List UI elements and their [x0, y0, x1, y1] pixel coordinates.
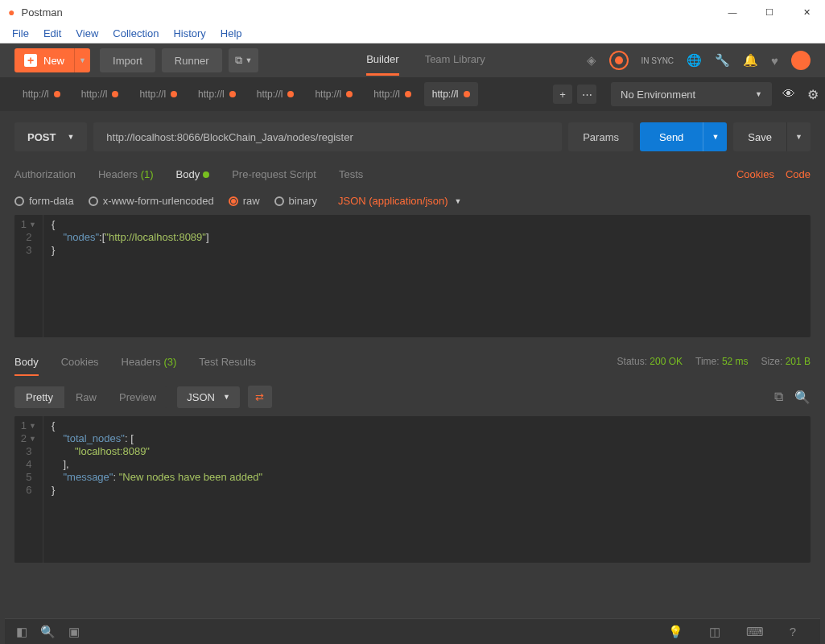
view-segment: Pretty Raw Preview [14, 386, 167, 408]
request-tab[interactable]: http://l [131, 82, 185, 106]
settings-icon[interactable]: 🔧 [715, 53, 730, 68]
keyboard-icon[interactable]: ⌨ [746, 625, 764, 639]
unsaved-dot-icon [112, 91, 118, 97]
two-pane-icon[interactable]: ◫ [709, 625, 720, 639]
view-raw[interactable]: Raw [64, 386, 108, 408]
body-indicator-dot [203, 171, 209, 178]
bootcamp-icon[interactable]: 💡 [668, 625, 683, 639]
heart-icon[interactable]: ♥ [771, 54, 778, 68]
request-tab[interactable]: http://l [73, 82, 127, 106]
request-tab[interactable]: http://l [365, 82, 419, 106]
unsaved-dot-icon [54, 91, 60, 97]
close-button[interactable]: ✕ [788, 0, 825, 24]
chevron-down-icon: ▼ [245, 56, 253, 64]
request-section-tabs: Authorization Headers (1) Body Pre-reque… [0, 159, 825, 188]
new-window-button[interactable]: ⧉▼ [229, 48, 259, 72]
request-body-editor[interactable]: 1▼2 3 { "nodes":["http://localhost:8089"… [14, 215, 811, 337]
chevron-down-icon: ▼ [79, 56, 86, 64]
tab-team-library[interactable]: Team Library [425, 45, 485, 76]
request-tab[interactable]: http://l [424, 82, 478, 106]
chevron-down-icon: ▼ [67, 133, 74, 141]
tab-authorization[interactable]: Authorization [14, 168, 76, 180]
resp-tab-cookies[interactable]: Cookies [61, 356, 99, 368]
unsaved-dot-icon [287, 91, 294, 97]
maximize-button[interactable]: ☐ [751, 0, 788, 24]
app-logo-icon: ● [8, 6, 14, 19]
import-button[interactable]: Import [100, 48, 155, 72]
view-pretty[interactable]: Pretty [14, 386, 64, 408]
window-title: Postman [21, 6, 62, 19]
radio-binary[interactable]: binary [274, 195, 317, 207]
menu-view[interactable]: View [68, 27, 105, 39]
minimize-button[interactable]: — [714, 0, 751, 24]
browse-icon[interactable]: 🌐 [687, 53, 702, 68]
resp-tab-headers[interactable]: Headers (3) [122, 356, 177, 368]
radio-xwww[interactable]: x-www-form-urlencoded [89, 195, 214, 207]
save-dropdown[interactable]: ▼ [786, 122, 811, 151]
resp-tab-testresults[interactable]: Test Results [199, 356, 256, 368]
view-preview[interactable]: Preview [108, 386, 167, 408]
request-tabbar: http://lhttp://lhttp://lhttp://lhttp://l… [0, 77, 825, 111]
resp-tab-body[interactable]: Body [14, 356, 39, 376]
cookies-link[interactable]: Cookies [736, 168, 774, 180]
runner-button[interactable]: Runner [162, 48, 222, 72]
chevron-down-icon: ▼ [455, 197, 462, 205]
new-button[interactable]: +New [14, 48, 74, 72]
request-tab[interactable]: http://l [14, 82, 68, 106]
request-tab[interactable]: http://l [190, 82, 244, 106]
menu-file[interactable]: File [5, 27, 36, 39]
tab-prerequest[interactable]: Pre-request Script [232, 168, 316, 180]
radio-formdata[interactable]: form-data [14, 195, 74, 207]
send-dropdown[interactable]: ▼ [703, 122, 727, 151]
main-toolbar: +New ▼ Import Runner ⧉▼ Builder Team Lib… [0, 43, 825, 77]
url-input[interactable]: http://localhost:8066/BlockChain_Java/no… [93, 122, 562, 151]
save-button[interactable]: Save [733, 122, 786, 151]
menu-edit[interactable]: Edit [36, 27, 68, 39]
notifications-icon[interactable]: 🔔 [743, 53, 758, 68]
raw-type-dropdown[interactable]: JSON (application/json)▼ [338, 195, 461, 207]
copy-response-icon[interactable]: ⧉ [774, 390, 783, 405]
tab-builder[interactable]: Builder [366, 45, 398, 76]
request-tab[interactable]: http://l [307, 82, 361, 106]
menu-collection[interactable]: Collection [105, 27, 166, 39]
find-icon[interactable]: 🔍 [40, 625, 56, 639]
method-selector[interactable]: POST ▼ [14, 122, 87, 151]
chevron-down-icon: ▼ [755, 90, 762, 98]
tab-body[interactable]: Body [176, 168, 210, 180]
capture-icon[interactable]: ◈ [587, 53, 596, 68]
radio-raw[interactable]: raw [229, 195, 260, 207]
params-button[interactable]: Params [568, 122, 633, 151]
tabs-container: http://lhttp://lhttp://lhttp://lhttp://l… [0, 82, 553, 106]
menu-history[interactable]: History [166, 27, 212, 39]
code-link[interactable]: Code [786, 168, 811, 180]
titlebar: ● Postman — ☐ ✕ [0, 0, 825, 24]
format-dropdown[interactable]: JSON▼ [177, 386, 240, 408]
unsaved-dot-icon [229, 91, 236, 97]
tab-headers[interactable]: Headers (1) [98, 168, 154, 180]
menu-help[interactable]: Help [213, 27, 250, 39]
environment-preview-icon[interactable]: 👁 [777, 82, 801, 106]
add-tab-button[interactable]: + [553, 85, 572, 104]
unsaved-dot-icon [405, 91, 411, 97]
sidebar-toggle-icon[interactable]: ◧ [16, 625, 27, 639]
send-button[interactable]: Send [640, 122, 703, 151]
environment-label: No Environment [621, 89, 695, 101]
environment-selector[interactable]: No Environment ▼ [611, 82, 772, 106]
new-dropdown[interactable]: ▼ [74, 48, 90, 72]
request-tab[interactable]: http://l [249, 82, 303, 106]
menubar: File Edit View Collection History Help [0, 24, 825, 43]
sync-status-icon[interactable] [609, 51, 629, 70]
user-avatar[interactable] [791, 51, 811, 70]
response-body-editor[interactable]: 1▼2▼3 4 5 6 { "total_nodes": [ "localhos… [14, 416, 811, 563]
help-icon[interactable]: ? [790, 625, 796, 639]
unsaved-dot-icon [171, 91, 177, 97]
more-tabs-button[interactable]: ⋯ [577, 85, 596, 104]
wrap-lines-button[interactable]: ⇄ [248, 386, 272, 408]
unsaved-dot-icon [346, 91, 353, 97]
search-response-icon[interactable]: 🔍 [794, 390, 811, 405]
console-icon[interactable]: ▣ [68, 625, 80, 639]
statusbar: ◧ 🔍 ▣ 💡 ◫ ⌨ ? [5, 618, 820, 644]
environment-settings-icon[interactable]: ⚙ [801, 82, 825, 106]
tab-tests[interactable]: Tests [339, 168, 363, 180]
method-label: POST [27, 131, 56, 143]
